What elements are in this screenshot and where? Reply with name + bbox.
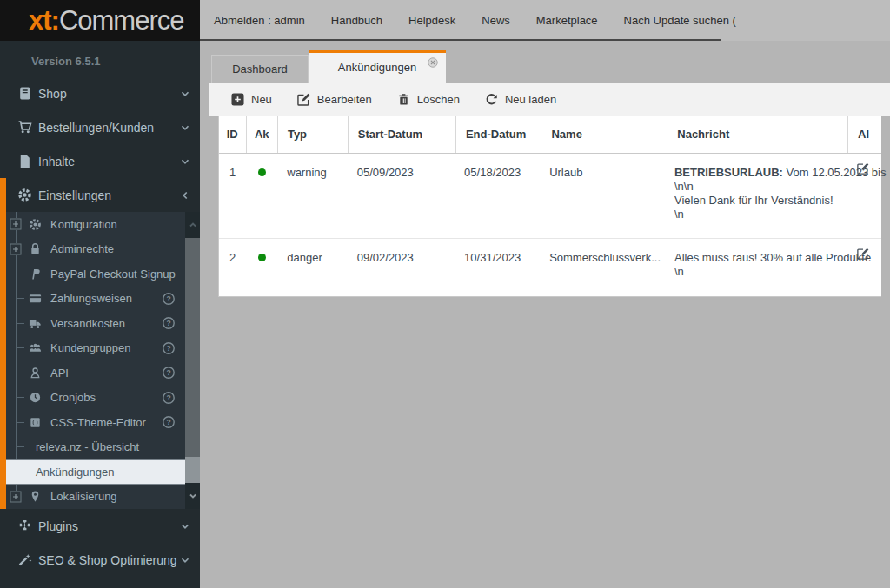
- tree-expand-icon[interactable]: [10, 491, 22, 503]
- column-header-nachricht[interactable]: Nachricht: [668, 116, 848, 153]
- message-bold: BETRIEBSURLAUB:: [674, 166, 783, 179]
- svg-text:?: ?: [166, 294, 170, 303]
- sidebar-item-plugins[interactable]: Plugins: [0, 509, 200, 543]
- sidebar-subitem-versandkosten[interactable]: Versandkosten ?: [6, 311, 200, 336]
- subitem-label: releva.nz - Übersicht: [36, 440, 139, 453]
- sidebar-subitem-paypal-checkout-signup[interactable]: PayPal Checkout Signup: [6, 261, 200, 287]
- svg-text:?: ?: [166, 368, 170, 377]
- plus-square-icon: [231, 93, 244, 106]
- cell-name: Urlaub: [540, 154, 665, 238]
- message-text: \n\n: [674, 180, 839, 194]
- topbar-item-handbuch[interactable]: Handbuch: [331, 14, 382, 27]
- tree-dash: [16, 298, 24, 299]
- tree-expand-icon[interactable]: [10, 218, 22, 230]
- column-header-typ[interactable]: Typ: [278, 116, 349, 153]
- active-dot: [258, 254, 266, 261]
- sidebar-subitem-zahlungsweisen[interactable]: Zahlungsweisen ?: [6, 287, 200, 312]
- active-dot: [258, 168, 266, 176]
- table-row[interactable]: 1 warning 05/09/2023 05/18/2023 Urlaub B…: [219, 154, 881, 239]
- help-icon[interactable]: ?: [162, 366, 176, 380]
- tree-dash: [16, 472, 24, 472]
- help-icon[interactable]: ?: [162, 316, 176, 330]
- users-icon: [29, 341, 42, 354]
- gear-icon: [29, 218, 42, 231]
- tree-dash: [16, 422, 24, 423]
- version-label: Version 6.5.1: [0, 41, 200, 76]
- column-header-ak[interactable]: Ak: [247, 116, 278, 153]
- button-label: Löschen: [417, 93, 460, 106]
- scrollbar-track[interactable]: [185, 238, 200, 483]
- subitem-label: Zahlungsweisen: [50, 292, 132, 305]
- cell-id: 2: [219, 239, 246, 296]
- edit-row-icon[interactable]: [857, 248, 869, 260]
- sidebar-item-label: Shop: [38, 87, 67, 101]
- message-text: \n: [674, 208, 839, 221]
- app-root: xt:Commerce Abmelden : admin Handbuch He…: [0, 0, 890, 588]
- column-header-aktionen[interactable]: Al: [848, 116, 881, 153]
- sidebar-subitem-ankuendigungen[interactable]: Ankündigungen: [6, 459, 200, 485]
- help-icon[interactable]: ?: [162, 292, 176, 306]
- close-icon[interactable]: [428, 57, 438, 68]
- column-header-start-datum[interactable]: Start-Datum: [349, 116, 456, 153]
- column-header-id[interactable]: ID: [219, 116, 247, 153]
- edit-row-icon[interactable]: [857, 162, 869, 175]
- sidebar-subitem-kundengruppen[interactable]: Kundengruppen ?: [6, 336, 200, 361]
- sidebar-subitem-relevanz-uebersicht[interactable]: releva.nz - Übersicht: [6, 435, 200, 460]
- topbar-item-update-check[interactable]: Nach Update suchen (: [624, 14, 736, 27]
- book-icon: [17, 86, 32, 101]
- topbar-item-marketplace[interactable]: Marketplace: [536, 14, 598, 27]
- submenu-scrollbar[interactable]: [185, 212, 200, 509]
- help-icon[interactable]: ?: [162, 391, 176, 405]
- sidebar-subitem-lokalisierung[interactable]: Lokalisierung: [6, 485, 200, 510]
- sidebar-item-label: Einstellungen: [38, 188, 111, 202]
- tab-dashboard[interactable]: Dashboard: [211, 55, 309, 83]
- button-label: Neu laden: [505, 93, 556, 106]
- chevron-down-icon: [179, 122, 191, 134]
- topbar-item-logout[interactable]: Abmelden : admin: [214, 14, 305, 27]
- table-header: ID Ak Typ Start-Datum End-Datum Name Nac…: [219, 116, 881, 154]
- delete-button[interactable]: Löschen: [397, 93, 460, 106]
- sidebar-subitem-css-theme-editor[interactable]: CSS-Theme-Editor ?: [6, 410, 200, 435]
- column-header-name[interactable]: Name: [541, 116, 668, 153]
- sidebar-subitem-adminrechte[interactable]: Adminrechte: [6, 237, 200, 262]
- sidebar-item-seo-shop-optimierung[interactable]: SEO & Shop Optimierung: [0, 543, 200, 577]
- sidebar-item-shop[interactable]: Shop: [0, 76, 200, 110]
- sidebar-subitem-konfiguration[interactable]: Konfiguration: [6, 212, 200, 237]
- wand-icon: [17, 552, 32, 567]
- sidebar-item-inhalte[interactable]: Inhalte: [0, 144, 200, 178]
- tree-expand-icon[interactable]: [10, 243, 22, 255]
- tree-dash: [16, 347, 24, 348]
- sidebar-subitem-api[interactable]: API ?: [6, 360, 200, 386]
- toolbar: Neu Bearbeiten Löschen Neu laden: [209, 83, 890, 116]
- tree-dash: [16, 274, 24, 274]
- reload-button[interactable]: Neu laden: [485, 93, 556, 106]
- sidebar-item-bestellungen-kunden[interactable]: Bestellungen/Kunden: [0, 110, 200, 144]
- help-icon[interactable]: ?: [162, 341, 176, 355]
- cell-nachricht: Alles muss raus! 30% auf alle Produkte \…: [665, 239, 848, 296]
- sidebar-item-einstellungen[interactable]: Einstellungen: [6, 178, 200, 212]
- tree-dash: [16, 373, 24, 373]
- help-icon[interactable]: ?: [162, 415, 176, 429]
- refresh-icon: [485, 93, 498, 106]
- scrollbar-thumb[interactable]: [185, 457, 200, 483]
- chevron-down-icon: [179, 155, 191, 168]
- message-text: Alles muss raus! 30% auf alle Produkte: [674, 251, 839, 265]
- cell-end-datum: 05/18/2023: [455, 154, 540, 238]
- svg-text:?: ?: [166, 319, 170, 327]
- scroll-down-button[interactable]: [185, 483, 200, 509]
- chevron-down-icon: [179, 520, 191, 532]
- subitem-label: CSS-Theme-Editor: [50, 416, 146, 429]
- logo[interactable]: xt:Commerce: [0, 0, 200, 41]
- table-row[interactable]: 2 danger 09/02/2023 10/31/2023 Sommersch…: [219, 239, 881, 296]
- sidebar-subitem-cronjobs[interactable]: Cronjobs ?: [6, 386, 200, 411]
- new-button[interactable]: Neu: [231, 93, 272, 106]
- edit-button[interactable]: Bearbeiten: [297, 93, 372, 106]
- topbar-item-helpdesk[interactable]: Helpdesk: [408, 14, 455, 27]
- cell-typ: warning: [277, 154, 347, 238]
- topbar-item-news[interactable]: News: [482, 14, 510, 27]
- scroll-up-button[interactable]: [185, 212, 200, 238]
- cell-active: [246, 154, 277, 238]
- column-header-end-datum[interactable]: End-Datum: [456, 116, 542, 153]
- cell-actions: [848, 239, 881, 296]
- tab-ankuendigungen[interactable]: Ankündigungen: [309, 50, 446, 83]
